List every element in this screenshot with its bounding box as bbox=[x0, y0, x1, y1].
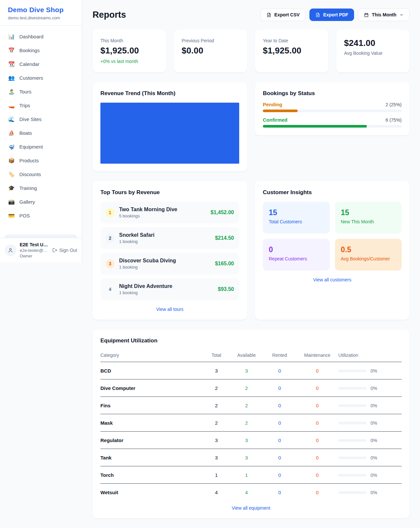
cell-utilization: 0% bbox=[338, 466, 402, 484]
cell-rented: 0 bbox=[263, 432, 296, 449]
stat-value: $241.00 bbox=[344, 38, 402, 48]
status-count: 6 (75%) bbox=[386, 117, 402, 123]
sidebar-item-dashboard[interactable]: 📊 Dashboard bbox=[4, 31, 78, 42]
utilization-value: 0% bbox=[370, 455, 377, 460]
cell-rented: 0 bbox=[263, 379, 296, 397]
revenue-trend-panel: Revenue Trend (This Month) bbox=[93, 82, 247, 172]
cell-utilization: 0% bbox=[338, 414, 402, 432]
stat-card-this-month: This Month $1,925.00 +0% vs last month bbox=[93, 30, 166, 72]
pos-icon: 💳 bbox=[8, 213, 15, 219]
cell-available: 3 bbox=[230, 362, 263, 379]
stat-label: This Month bbox=[100, 38, 158, 43]
utilization-bar bbox=[338, 404, 367, 407]
sidebar-item-pos[interactable]: 💳 POS bbox=[4, 210, 78, 221]
stat-card-previous-period: Previous Period $0.00 bbox=[174, 30, 247, 72]
export-csv-button[interactable]: Export CSV bbox=[261, 9, 305, 21]
tour-name: Discover Scuba Diving bbox=[119, 258, 210, 264]
sidebar-item-products[interactable]: 📦 Products bbox=[4, 155, 78, 166]
tour-bookings: 1 booking bbox=[119, 290, 213, 295]
cell-maintenance: 0 bbox=[296, 362, 339, 379]
sidebar-item-boats[interactable]: ⛵ Boats bbox=[4, 127, 78, 139]
sidebar-item-label: Discounts bbox=[19, 172, 41, 177]
sidebar-item-label: Tours bbox=[19, 89, 32, 94]
cell-utilization: 0% bbox=[338, 362, 402, 379]
sign-out-label: Sign Out bbox=[59, 248, 77, 253]
stat-label: Year to Date bbox=[263, 38, 321, 43]
equipment-table: Category Total Available Rented Maintena… bbox=[100, 349, 402, 501]
calendar-icon: 📆 bbox=[8, 61, 15, 67]
stat-value: $1,925.00 bbox=[263, 46, 321, 56]
sidebar-item-tours[interactable]: 🏝️ Tours bbox=[4, 86, 78, 97]
tour-name: Night Dive Adventure bbox=[119, 283, 213, 289]
status-row-confirmed: Confirmed 6 (75%) bbox=[263, 117, 402, 128]
insight-value: 0 bbox=[269, 245, 324, 254]
view-all-customers-link[interactable]: View all customers bbox=[263, 277, 402, 282]
tour-row: 4 Night Dive Adventure 1 booking $93.50 bbox=[100, 278, 239, 300]
sidebar-item-training[interactable]: 🎓 Training bbox=[4, 182, 78, 194]
sidebar-item-bookings[interactable]: 📅 Bookings bbox=[4, 45, 78, 56]
utilization-value: 0% bbox=[370, 420, 377, 426]
user-role: Owner bbox=[20, 254, 48, 258]
tour-bookings: 1 booking bbox=[119, 239, 210, 244]
utilization-value: 0% bbox=[370, 386, 377, 391]
status-label: Pending bbox=[263, 102, 282, 107]
sidebar-item-discounts[interactable]: 🏷️ Discounts bbox=[4, 169, 78, 180]
table-row: Tank 3 3 0 0 0% bbox=[100, 449, 402, 466]
equipment-icon: 🤿 bbox=[8, 144, 15, 150]
sidebar-item-trips[interactable]: 🚤 Trips bbox=[4, 100, 78, 111]
insight-value: 0.5 bbox=[341, 245, 396, 254]
utilization-bar bbox=[338, 457, 367, 459]
cell-maintenance: 0 bbox=[296, 449, 339, 466]
sidebar-item-calendar[interactable]: 📆 Calendar bbox=[4, 58, 78, 70]
customer-insights-panel: Customer Insights 15 Total Customers 15 … bbox=[255, 181, 410, 320]
column-header-rented: Rented bbox=[263, 349, 296, 362]
rank-badge: 4 bbox=[106, 285, 115, 294]
tour-revenue: $93.50 bbox=[218, 286, 234, 292]
sidebar-item-customers[interactable]: 👥 Customers bbox=[4, 72, 78, 84]
table-header-row: Category Total Available Rented Maintena… bbox=[100, 349, 402, 362]
file-download-icon bbox=[315, 12, 320, 17]
column-header-maintenance: Maintenance bbox=[296, 349, 339, 362]
sidebar-item-label: Gallery bbox=[19, 199, 35, 205]
insight-label: Total Customers bbox=[269, 219, 324, 224]
cell-category: BCD bbox=[100, 362, 203, 379]
file-download-icon bbox=[266, 12, 271, 17]
boats-icon: ⛵ bbox=[8, 130, 15, 136]
panel-title: Revenue Trend (This Month) bbox=[100, 90, 239, 97]
tours-icon: 🏝️ bbox=[8, 89, 15, 95]
insights-grid: 15 Total Customers 15 New This Month 0 R… bbox=[263, 202, 402, 271]
stat-value: $1,925.00 bbox=[100, 46, 158, 56]
cell-category: Regulator bbox=[100, 432, 203, 449]
status-bar-track bbox=[263, 125, 402, 128]
stat-value: $0.00 bbox=[182, 46, 240, 56]
view-all-tours-link[interactable]: View all tours bbox=[100, 307, 239, 312]
period-dropdown[interactable]: This Month bbox=[358, 9, 410, 21]
table-row: Fins 2 2 0 0 0% bbox=[100, 397, 402, 414]
training-icon: 🎓 bbox=[8, 185, 15, 191]
sidebar-item-gallery[interactable]: 📸 Gallery bbox=[4, 196, 78, 208]
export-pdf-button[interactable]: Export PDF bbox=[309, 9, 354, 21]
column-header-utilization: Utilization bbox=[338, 349, 402, 362]
sidebar-item-equipment[interactable]: 🤿 Equipment bbox=[4, 141, 78, 152]
tour-revenue: $1,452.00 bbox=[211, 210, 234, 215]
sidebar-item-reports-partial[interactable] bbox=[5, 234, 77, 238]
utilization-value: 0% bbox=[370, 473, 377, 478]
user-info: E2E Test U… e2e-tester@… Owner bbox=[20, 242, 48, 258]
cell-utilization: 0% bbox=[338, 432, 402, 449]
view-all-equipment-link[interactable]: View all equipment bbox=[100, 505, 402, 511]
stat-card-year-to-date: Year to Date $1,925.00 bbox=[255, 30, 328, 72]
stat-label: Previous Period bbox=[182, 38, 240, 43]
cell-category: Mask bbox=[100, 414, 203, 432]
cell-total: 1 bbox=[203, 466, 230, 484]
cell-maintenance: 0 bbox=[296, 484, 339, 501]
sidebar-item-dive-sites[interactable]: 🌊 Dive Sites bbox=[4, 113, 78, 125]
sign-out-button[interactable]: Sign Out bbox=[52, 248, 77, 253]
panel-title: Customer Insights bbox=[263, 189, 402, 196]
table-row: Dive Computer 2 2 0 0 0% bbox=[100, 379, 402, 397]
cell-utilization: 0% bbox=[338, 379, 402, 397]
sidebar-item-label: Dashboard bbox=[19, 34, 43, 39]
cell-maintenance: 0 bbox=[296, 466, 339, 484]
table-row: Torch 1 1 0 0 0% bbox=[100, 466, 402, 484]
utilization-bar bbox=[338, 491, 367, 494]
cell-utilization: 0% bbox=[338, 397, 402, 414]
